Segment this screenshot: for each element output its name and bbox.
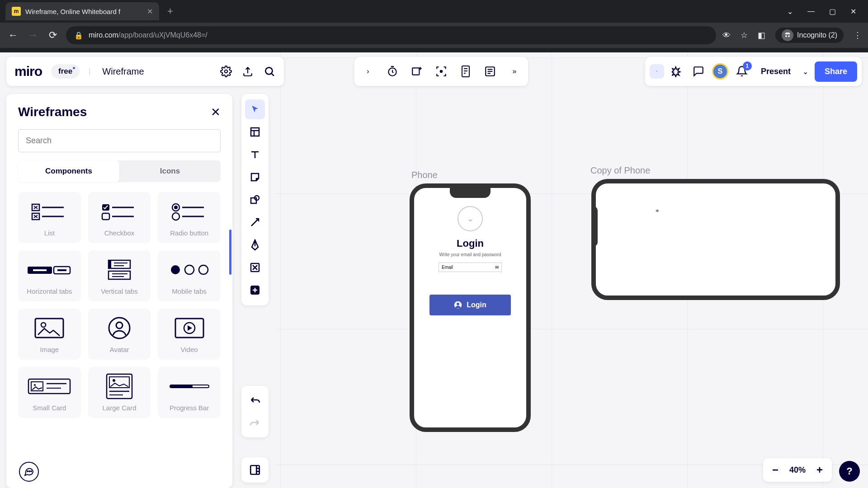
chat-fab[interactable] <box>19 462 39 482</box>
cursor-pointer: ⌖ <box>656 207 659 215</box>
board-name[interactable]: Wireframe <box>102 66 144 77</box>
tab-icons[interactable]: Icons <box>119 160 221 182</box>
incognito-icon <box>782 29 793 41</box>
svg-point-3 <box>265 67 272 74</box>
note-icon[interactable] <box>483 64 497 79</box>
login-subtitle[interactable]: Write your email and password <box>439 252 501 257</box>
chevron-down-icon[interactable]: ⌄ <box>787 7 793 16</box>
login-button-label: Login <box>467 301 486 309</box>
frame-label-copy[interactable]: Copy of Phone <box>590 165 650 176</box>
help-button[interactable]: ? <box>839 461 860 482</box>
redo-button[interactable] <box>245 413 265 433</box>
reactions-icon[interactable] <box>670 64 685 79</box>
notifications-icon[interactable]: 1 <box>735 64 749 79</box>
wireframe-tool[interactable] <box>245 258 265 277</box>
cursor-mode-button[interactable] <box>650 64 664 79</box>
component-avatar[interactable]: Avatar <box>88 309 151 360</box>
component-large-card[interactable]: Large Card <box>88 367 151 418</box>
phone-frame-1[interactable]: ⌄ Login Write your email and password Em… <box>410 183 531 432</box>
comment-icon[interactable] <box>691 64 706 79</box>
component-video[interactable]: Video <box>158 309 221 360</box>
phone-notch <box>591 206 598 247</box>
miro-logo[interactable]: miro <box>14 64 42 79</box>
text-tool[interactable] <box>245 145 265 164</box>
incognito-indicator[interactable]: Incognito (2) <box>775 28 844 43</box>
expand-right-icon[interactable]: › <box>361 64 375 79</box>
arrow-tool[interactable] <box>245 212 265 232</box>
svg-point-2 <box>225 70 228 73</box>
url-path: /app/board/uXjVMqU6x48=/ <box>118 31 208 39</box>
component-vtabs[interactable]: Vertical tabs <box>88 250 151 301</box>
login-button[interactable]: Login <box>429 295 511 315</box>
app-top-bar: miro free | Wireframe <box>6 57 284 86</box>
search-icon[interactable] <box>263 65 276 78</box>
svg-point-49 <box>113 379 115 382</box>
browser-chrome: m Wireframe, Online Whiteboard f ✕ + ⌄ —… <box>0 0 868 52</box>
frame-add-icon[interactable] <box>410 64 424 79</box>
plan-badge[interactable]: free <box>51 64 80 79</box>
login-title[interactable]: Login <box>457 238 484 249</box>
sticky-tool[interactable] <box>245 167 265 187</box>
close-tab-icon[interactable]: ✕ <box>147 7 153 16</box>
pen-tool[interactable] <box>245 235 265 255</box>
phone-frame-2[interactable] <box>591 179 840 300</box>
search-input[interactable] <box>18 129 221 152</box>
tools-sidebar <box>241 94 269 305</box>
more-tools-icon[interactable]: » <box>507 64 522 79</box>
component-small-card[interactable]: Small Card <box>18 367 81 418</box>
zoom-level[interactable]: 40% <box>789 465 806 475</box>
zoom-in-button[interactable]: + <box>816 464 823 476</box>
back-button[interactable]: ← <box>6 28 20 42</box>
svg-point-37 <box>41 323 46 327</box>
component-image[interactable]: Image <box>18 309 81 360</box>
reload-button[interactable]: ⟳ <box>46 28 60 42</box>
tab-components[interactable]: Components <box>18 160 119 182</box>
email-input[interactable]: Email ✉ <box>439 263 502 272</box>
component-checkbox[interactable]: Checkbox <box>88 192 151 243</box>
user-avatar[interactable]: S <box>712 63 728 80</box>
frames-toggle[interactable] <box>241 457 269 483</box>
component-progress[interactable]: Progress Bar <box>158 367 221 418</box>
settings-icon[interactable] <box>220 65 232 78</box>
address-bar: ← → ⟳ 🔒 miro.com/app/board/uXjVMqU6x48=/… <box>0 23 868 48</box>
star-icon[interactable]: ☆ <box>741 30 748 40</box>
panel-icon[interactable]: ◧ <box>758 30 765 40</box>
svg-point-6 <box>440 70 442 72</box>
export-icon[interactable] <box>241 65 254 78</box>
present-dropdown[interactable]: ⌄ <box>802 67 808 76</box>
forward-button[interactable]: → <box>26 28 40 42</box>
zoom-out-button[interactable]: − <box>772 464 778 476</box>
maximize-icon[interactable]: ▢ <box>829 7 836 16</box>
new-tab-button[interactable]: + <box>167 5 173 17</box>
window-controls: ⌄ — ▢ ✕ <box>787 7 863 16</box>
component-mtabs[interactable]: Mobile tabs <box>158 250 221 301</box>
component-htabs[interactable]: Horizontal tabs <box>18 250 81 301</box>
component-radio[interactable]: Radio button <box>158 192 221 243</box>
panel-title: Wireframes <box>18 105 87 119</box>
timer-icon[interactable] <box>385 64 400 79</box>
browser-tab[interactable]: m Wireframe, Online Whiteboard f ✕ <box>5 2 159 20</box>
kebab-menu-icon[interactable]: ⋮ <box>854 30 862 40</box>
document-icon[interactable] <box>458 64 473 79</box>
frame-label-phone[interactable]: Phone <box>411 170 438 180</box>
panel-scrollbar[interactable] <box>229 230 231 275</box>
minimize-icon[interactable]: — <box>807 7 815 16</box>
present-button[interactable]: Present <box>755 63 796 80</box>
close-panel-icon[interactable]: ✕ <box>211 105 221 119</box>
templates-tool[interactable] <box>245 122 265 142</box>
add-tool[interactable] <box>245 280 265 300</box>
component-list[interactable]: List <box>18 192 81 243</box>
zoom-controls: − 40% + <box>763 458 832 482</box>
eye-off-icon[interactable]: 👁 <box>722 31 731 40</box>
close-window-icon[interactable]: ✕ <box>850 7 856 16</box>
url-field[interactable]: 🔒 miro.com/app/board/uXjVMqU6x48=/ <box>66 26 716 44</box>
undo-button[interactable] <box>245 390 265 410</box>
board-canvas[interactable]: Phone ⌄ Login Write your email and passw… <box>275 52 868 488</box>
login-screen: ⌄ Login Write your email and password Em… <box>414 188 526 333</box>
avatar-placeholder[interactable]: ⌄ <box>458 206 483 231</box>
svg-rect-30 <box>108 271 130 279</box>
share-button[interactable]: Share <box>815 61 857 82</box>
focus-icon[interactable] <box>434 64 448 79</box>
select-tool[interactable] <box>245 99 265 119</box>
shape-tool[interactable] <box>245 190 265 210</box>
